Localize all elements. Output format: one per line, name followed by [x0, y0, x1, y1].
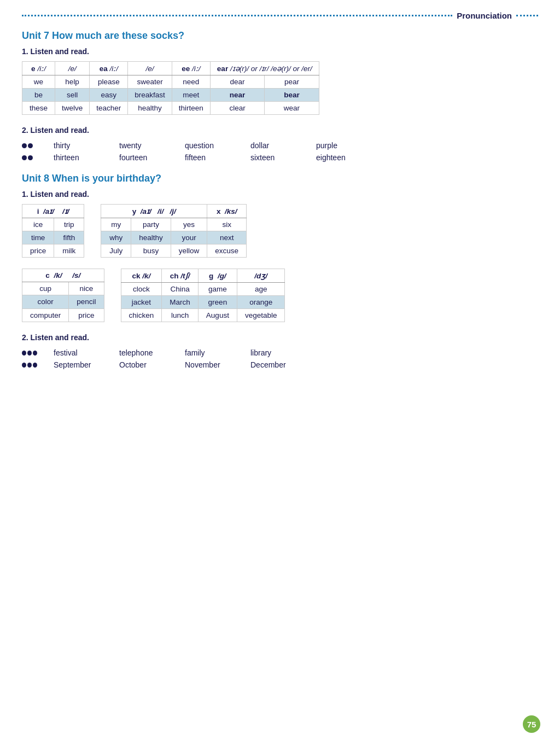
word-december: December — [250, 360, 300, 369]
cell-trip: trip — [54, 218, 84, 231]
cell-my: my — [101, 218, 131, 231]
unit7-row3: these twelve teacher healthy thirteen cl… — [22, 102, 319, 115]
i-row1: ice trip — [22, 218, 84, 231]
unit8-tables-row2: c /k/ /s/ cup nice color pencil computer… — [22, 269, 538, 322]
unit8-listen-row1: festival telephone family library — [22, 348, 538, 357]
bullet-dots-4 — [22, 363, 37, 368]
word-twenty: twenty — [119, 141, 168, 150]
dot9 — [27, 363, 32, 368]
ck-row2: jacket March green orange — [121, 296, 285, 309]
word-festival: festival — [54, 348, 103, 357]
unit8-table-c: c /k/ /s/ cup nice color pencil computer… — [22, 269, 104, 322]
cell-wear: wear — [265, 102, 319, 115]
cell-need: need — [172, 75, 210, 89]
i-row2: time fifth — [22, 231, 84, 244]
cell-next: next — [207, 231, 247, 244]
cell-sell: sell — [55, 89, 90, 102]
cell-why: why — [101, 231, 131, 244]
cell-we: we — [22, 75, 55, 89]
cell-teacher: teacher — [90, 102, 128, 115]
cell-your: your — [171, 231, 207, 244]
cell-these: these — [22, 102, 55, 115]
cell-age: age — [237, 283, 285, 296]
cell-twelve: twelve — [55, 102, 90, 115]
header-y: y /aɪ/ /i/ /j/ — [101, 205, 207, 218]
cell-green: green — [198, 296, 237, 309]
unit8-section1: 1. Listen and read. — [22, 190, 538, 199]
unit8-table-yx: y /aɪ/ /i/ /j/ x /ks/ my party yes six w… — [101, 204, 247, 258]
pronunciation-label: Pronunciation — [457, 11, 512, 20]
word-telephone: telephone — [119, 348, 168, 357]
dot6 — [27, 351, 32, 355]
dot8 — [22, 363, 26, 368]
unit8-tables-row1: i /aɪ/ /ɪ/ ice trip time fifth price mil… — [22, 204, 538, 258]
cell-ice: ice — [22, 218, 54, 231]
word-dollar: dollar — [250, 141, 300, 150]
header-yx-row: y /aɪ/ /i/ /j/ x /ks/ — [101, 205, 247, 218]
cell-computer: computer — [22, 308, 69, 322]
dot5 — [22, 351, 26, 355]
cell-yellow: yellow — [171, 244, 207, 258]
dot1 — [22, 143, 27, 148]
cell-busy: busy — [131, 244, 171, 258]
cell-price: price — [22, 244, 54, 258]
bullet-dots-3 — [22, 351, 37, 355]
word-question: question — [185, 141, 234, 150]
header-g: g /g/ — [198, 269, 237, 283]
header-e-phoneme: /e/ — [55, 62, 90, 75]
bullet-dots-1 — [22, 143, 37, 148]
cell-lunch: lunch — [162, 309, 199, 322]
cell-clear: clear — [210, 102, 264, 115]
unit7-section1: 1. Listen and read. — [22, 47, 538, 56]
dot10 — [33, 363, 37, 368]
unit8-table-i: i /aɪ/ /ɪ/ ice trip time fifth price mil… — [22, 204, 84, 258]
cell-price2: price — [69, 308, 104, 322]
page-number: 75 — [523, 715, 540, 733]
dots-line-left — [22, 15, 452, 16]
unit7-section2: 2. Listen and read. — [22, 126, 538, 135]
dots-line-right — [516, 15, 538, 16]
word-fourteen: fourteen — [119, 153, 168, 162]
cell-meet: meet — [172, 89, 210, 102]
ck-row3: chicken lunch August vegetable — [121, 309, 285, 322]
cell-excuse: excuse — [207, 244, 247, 258]
cell-breakfast: breakfast — [128, 89, 172, 102]
cell-clock: clock — [121, 283, 162, 296]
cell-bear: bear — [265, 89, 319, 102]
header-ea: ea /iː/ — [90, 62, 128, 75]
unit7-listen-row1: thirty twenty question dollar purple — [22, 141, 538, 150]
unit8-section2: 2. Listen and read. — [22, 333, 538, 342]
cell-august: August — [198, 309, 237, 322]
header-c-row: c /k/ /s/ — [22, 269, 104, 282]
cell-six: six — [207, 218, 247, 231]
word-thirty: thirty — [54, 141, 103, 150]
cell-vegetable: vegetable — [237, 309, 285, 322]
yx-row3: July busy yellow excuse — [101, 244, 247, 258]
cell-healthy2: healthy — [131, 231, 171, 244]
dot2 — [28, 143, 33, 148]
cell-march: March — [162, 296, 199, 309]
cell-pencil: pencil — [69, 295, 104, 308]
header-ck: ck /k/ — [121, 269, 162, 283]
word-fifteen: fifteen — [185, 153, 234, 162]
cell-color: color — [22, 295, 69, 308]
header-e: e /iː/ — [22, 62, 55, 75]
unit7-row2: be sell easy breakfast meet near bear — [22, 89, 319, 102]
header-i-row: i /aɪ/ /ɪ/ — [22, 205, 84, 218]
cell-thirteen: thirteen — [172, 102, 210, 115]
yx-row2: why healthy your next — [101, 231, 247, 244]
dot7 — [33, 351, 37, 355]
cell-fifth: fifth — [54, 231, 84, 244]
cell-cup: cup — [22, 282, 69, 295]
word-thirteen: thirteen — [54, 153, 103, 162]
word-september: September — [54, 360, 103, 369]
dot4 — [28, 155, 33, 160]
cell-china: China — [162, 283, 199, 296]
cell-easy: easy — [90, 89, 128, 102]
bullet-dots-2 — [22, 155, 37, 160]
cell-chicken: chicken — [121, 309, 162, 322]
unit7-listen-list: thirty twenty question dollar purple thi… — [22, 141, 538, 162]
cell-july: July — [101, 244, 131, 258]
unit8-listen-row2: September October November December — [22, 360, 538, 369]
unit7-row1: we help please sweater need dear pear — [22, 75, 319, 89]
